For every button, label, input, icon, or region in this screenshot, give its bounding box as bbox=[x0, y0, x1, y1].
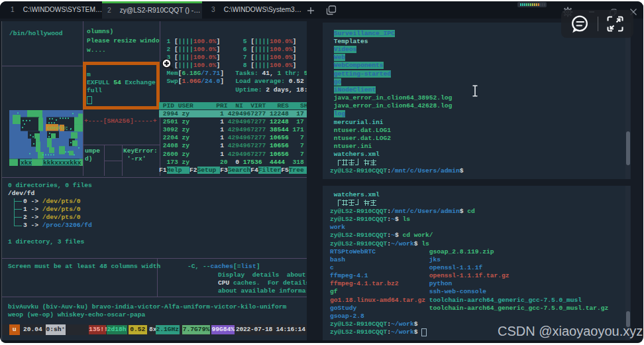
svg-text::.: :. bbox=[65, 125, 73, 131]
svg-text:xkx: xkx bbox=[21, 160, 32, 166]
svg-text:kkkxxxxkkx: kkkxxxxkkx bbox=[43, 160, 81, 166]
svg-text:cdedlc: cdedlc bbox=[47, 125, 66, 130]
